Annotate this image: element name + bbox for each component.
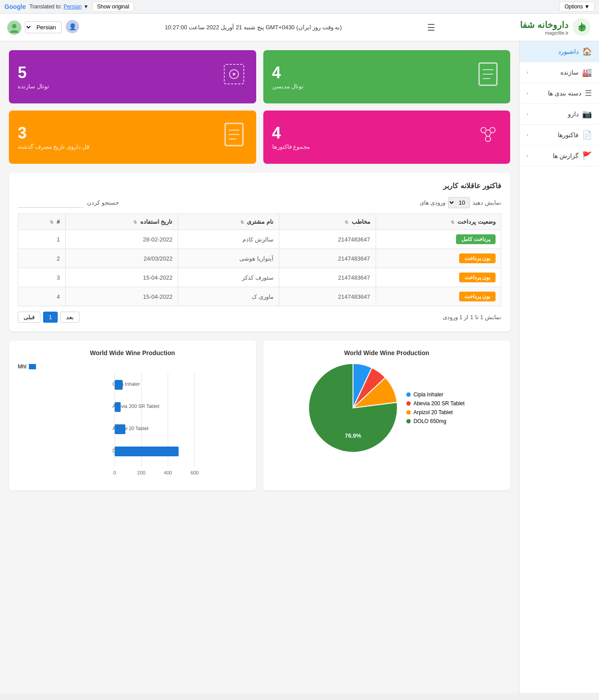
stat-card-manufacturers: 5 توتال سازنده (9, 50, 256, 103)
logo-text: داروخانه شفا (520, 20, 568, 30)
show-original-button[interactable]: Show original (92, 2, 134, 12)
show-entries: نمایش دهید 10 25 50 ورودی های (420, 197, 501, 208)
svg-line-16 (484, 132, 487, 137)
legend-item: Abevia 200 SR Tablet (406, 400, 464, 407)
cell-date: 15-04-2022 (66, 268, 178, 287)
header-timestamp: (به وقت روز ایران) GMT+0430 پنج شنبه 21 … (165, 24, 342, 31)
medicines-stat-right: 4 توتال مدیسن (272, 63, 304, 90)
sort-icon-num[interactable]: ⇅ (50, 220, 53, 225)
cell-customer: آیتواریا هوشی (178, 249, 279, 268)
page-1-button[interactable]: 1 (43, 312, 58, 323)
pie-svg (309, 364, 397, 452)
medicines-count: 4 (272, 63, 304, 82)
sort-icon-contact[interactable]: ⇅ (345, 220, 348, 225)
sidebar-label-invoices: فاکتورها (558, 131, 579, 138)
invoices-stat-icon (475, 121, 501, 153)
cell-id: 3 (18, 268, 66, 287)
legend-item: Cipla Inhaler (406, 392, 464, 398)
manufacturers-stat-right: 5 توتال سازنده (18, 63, 49, 90)
pie-chart-card: World Wide Wine Production 76.9% Cipla I… (263, 340, 511, 490)
bar-legend-box (29, 364, 36, 369)
manufacturers-label: توتال سازنده (18, 83, 49, 90)
table-footer: نمایش 1 تا 1 از 1 ورودی بعد 1 قبلی (18, 312, 501, 323)
cell-status: بون پرداخت (376, 268, 501, 287)
category-icon: ☰ (585, 88, 592, 98)
bar-rect (115, 380, 123, 390)
col-status: وضعیت پرداخت ⇅ (376, 214, 501, 230)
entries-suffix: ورودی های (420, 199, 446, 206)
search-area: جستجو کردن (18, 198, 119, 208)
sort-icon-customer[interactable]: ⇅ (240, 220, 244, 225)
logo-icon (572, 17, 592, 37)
sort-icon-date[interactable]: ⇅ (133, 220, 137, 225)
medicines-stat-icon (475, 61, 501, 93)
search-input[interactable] (18, 198, 84, 208)
sidebar-item-medicine[interactable]: 📷 دارو › (520, 104, 599, 125)
svg-point-13 (490, 127, 495, 133)
sidebar-label-manufacturer: سازنده (560, 69, 579, 76)
status-badge[interactable]: بون پرداخت (459, 273, 496, 282)
app-wrapper: داروخانه شفا magicfile.ir ☰ (به وقت روز … (0, 14, 599, 693)
app-header: داروخانه شفا magicfile.ir ☰ (به وقت روز … (0, 14, 599, 41)
sidebar-item-category[interactable]: ☰ دسته بندی ها › (520, 83, 599, 104)
sort-icon-status[interactable]: ⇅ (451, 220, 454, 225)
invoices-label: مجموع فاکتورها (272, 143, 310, 150)
pie-container: 76.9% Cipla InhalerAbevia 200 SR TabletA… (272, 364, 502, 452)
svg-text:👤: 👤 (69, 23, 77, 31)
cell-status: بون پرداخت (376, 249, 501, 268)
col-num: # ⇅ (18, 214, 66, 230)
entries-select[interactable]: 10 25 50 (448, 197, 470, 208)
cell-contact: 2147483647 (279, 230, 376, 249)
user-avatar (7, 20, 21, 35)
chevron-medicine: › (527, 111, 528, 117)
expired-stat-right: 3 قل داروی تاریخ مصرف گذشته (18, 124, 89, 150)
svg-point-12 (481, 127, 486, 133)
google-logo: Google (4, 3, 26, 10)
x-axis-label: 200 (137, 470, 145, 475)
cell-customer: سئورف کذکز (178, 268, 279, 287)
chevron-reports: › (527, 153, 528, 159)
manufacturers-stat-icon (221, 61, 247, 93)
language-select[interactable]: Persian English (25, 21, 62, 33)
bar-svg: 0200400600Cipla InhalerAbevia 200 SR Tab… (18, 373, 247, 480)
legend-dot (406, 419, 411, 423)
sidebar-item-reports[interactable]: 🚩 گزارش ها › (520, 146, 599, 166)
pie-chart-title: World Wide Wine Production (272, 349, 502, 356)
sidebar-item-invoices[interactable]: 📄 فاکتورها › (520, 125, 599, 146)
table-row: بون پرداخت 2147483647 سئورف کذکز 15-04-2… (18, 268, 501, 287)
next-button[interactable]: بعد (60, 312, 79, 323)
browser-bar: Google Translated to: Persian ▼ Show ori… (0, 0, 599, 14)
bar-legend: Mhl (18, 364, 247, 370)
cell-contact: 2147483647 (279, 287, 376, 306)
status-badge[interactable]: بون پرداخت (459, 292, 496, 301)
sidebar-label-medicine: دارو (568, 111, 579, 118)
avatar: 👤 (65, 20, 79, 36)
options-button[interactable]: Options ▼ (559, 2, 595, 12)
language-link[interactable]: Persian (63, 4, 82, 10)
cell-date: 15-04-2022 (66, 287, 178, 306)
pie-chart-wrapper: 76.9% (309, 364, 397, 452)
translated-to-label: Translated to: (29, 4, 62, 10)
smart-invoice-section: فاکتور عاقلانه کاربر نمایش دهید 10 25 50… (9, 173, 510, 332)
svg-line-17 (489, 132, 492, 137)
dashboard-icon: 🏠 (582, 47, 592, 56)
table-row: پرداخت کامل 2147483647 سالزش کاذم 28-02-… (18, 230, 501, 249)
bar-chart-title: World Wide Wine Production (18, 349, 247, 356)
status-badge[interactable]: پرداخت کامل (456, 234, 496, 244)
table-row: بون پرداخت 2147483647 ماوری ک 15-04-2022… (18, 287, 501, 306)
sidebar-label-reports: گزارش ها (553, 152, 579, 159)
logo-area: داروخانه شفا magicfile.ir (520, 17, 592, 37)
invoices-stat-right: 4 مجموع فاکتورها (272, 124, 310, 150)
dropdown-arrow[interactable]: ▼ (83, 4, 89, 10)
prev-button[interactable]: قبلی (18, 312, 40, 323)
show-entries-label: نمایش دهید (472, 199, 501, 206)
status-badge[interactable]: بون پرداخت (459, 253, 496, 263)
translate-info: Translated to: Persian ▼ (29, 4, 89, 10)
pagination: بعد 1 قبلی (18, 312, 79, 323)
table-header-row: وضعیت پرداخت ⇅ مخاطب ⇅ نام مشتری ⇅ (18, 214, 501, 230)
sidebar-item-manufacturer[interactable]: 🏭 سازنده › (520, 62, 599, 83)
cell-status: پرداخت کامل (376, 230, 501, 249)
bar-chart-container: 0200400600Cipla InhalerAbevia 200 SR Tab… (18, 373, 247, 482)
sidebar-item-dashboard[interactable]: 🏠 داشبورد (520, 41, 599, 62)
hamburger-button[interactable]: ☰ (427, 22, 435, 33)
